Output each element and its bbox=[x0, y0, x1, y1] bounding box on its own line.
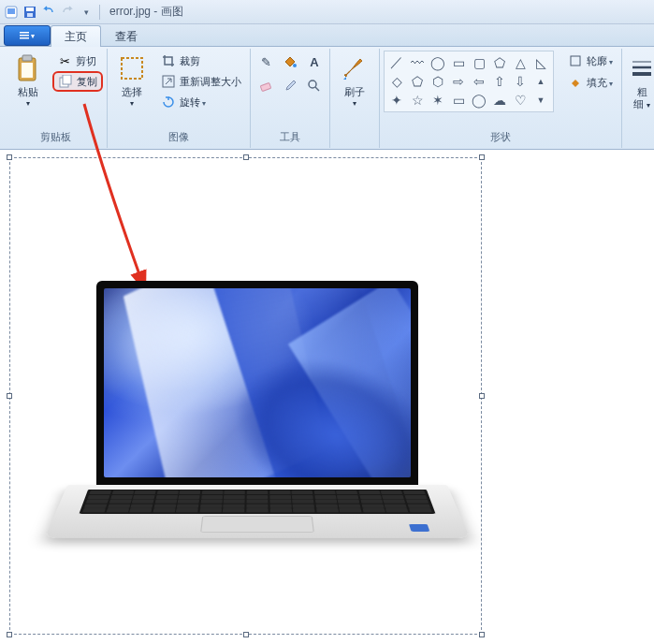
resize-icon bbox=[161, 74, 176, 89]
window-title: error.jpg - 画图 bbox=[109, 4, 183, 20]
shape-line[interactable]: ／ bbox=[386, 53, 407, 72]
selection-handle[interactable] bbox=[7, 393, 12, 399]
selection-handle[interactable] bbox=[479, 632, 485, 637]
shape-outline-button[interactable]: 轮廓 bbox=[563, 51, 618, 71]
group-thickness: 粗 细 ▾ bbox=[622, 49, 654, 148]
menu-icon bbox=[20, 31, 29, 40]
bucket-tool[interactable] bbox=[279, 51, 301, 73]
selection-handle[interactable] bbox=[243, 154, 249, 160]
svg-rect-9 bbox=[22, 55, 32, 61]
select-label: 选择 bbox=[122, 85, 142, 99]
shape-fill-button[interactable]: 填充 bbox=[563, 72, 618, 93]
title-bar: ▾ error.jpg - 画图 bbox=[0, 0, 654, 24]
shape-arrow-d[interactable]: ⇩ bbox=[510, 72, 530, 91]
scissors-icon: ✂ bbox=[57, 53, 72, 68]
shape-rtriangle[interactable]: ◺ bbox=[530, 53, 551, 72]
shape-scroll-dn[interactable]: ▼ bbox=[530, 91, 551, 110]
group-clipboard-label: 剪贴板 bbox=[7, 128, 103, 148]
svg-point-15 bbox=[293, 64, 297, 67]
group-image: 选择 ▾ 裁剪 重新调整大小 bbox=[108, 49, 251, 148]
select-button[interactable]: 选择 ▾ bbox=[111, 51, 153, 110]
resize-button[interactable]: 重新调整大小 bbox=[156, 71, 246, 92]
svg-rect-16 bbox=[260, 82, 270, 91]
canvas-area[interactable] bbox=[0, 150, 654, 644]
redo-icon[interactable] bbox=[60, 5, 75, 20]
shape-polygon[interactable]: ⬠ bbox=[489, 53, 510, 72]
paste-button[interactable]: 粘贴 ▾ bbox=[7, 51, 49, 110]
shape-pentagon[interactable]: ⬠ bbox=[407, 72, 428, 91]
brush-button[interactable]: 刷子 ▾ bbox=[334, 51, 375, 110]
tab-home-label: 主页 bbox=[65, 29, 87, 45]
laptop-keyboard bbox=[79, 490, 435, 514]
file-menu-button[interactable]: ▾ bbox=[4, 25, 51, 46]
copy-button[interactable]: 复制 bbox=[52, 71, 103, 92]
canvas-image-laptop bbox=[67, 281, 447, 586]
laptop-sticker bbox=[409, 524, 429, 532]
cut-button[interactable]: ✂ 剪切 bbox=[52, 51, 103, 71]
text-tool[interactable]: A bbox=[303, 51, 326, 73]
thickness-icon bbox=[627, 53, 654, 83]
shapes-gallery[interactable]: ／ 〰 ◯ ▭ ▢ ⬠ △ ◺ ◇ ⬠ ⬡ ⇨ ⇦ ⇧ ⇩ ▲ ✦ ☆ ✶ ▭ bbox=[384, 51, 554, 112]
shape-rect[interactable]: ▭ bbox=[448, 53, 469, 72]
shape-scroll-up[interactable]: ▲ bbox=[530, 72, 551, 91]
canvas[interactable] bbox=[9, 157, 482, 635]
shape-arrow-u[interactable]: ⇧ bbox=[489, 72, 510, 91]
shape-callout-rect[interactable]: ▭ bbox=[448, 91, 469, 110]
selection-handle[interactable] bbox=[243, 632, 249, 637]
group-shapes-label: 形状 bbox=[384, 128, 618, 148]
qat-dropdown-icon[interactable]: ▾ bbox=[79, 5, 94, 20]
crop-button[interactable]: 裁剪 bbox=[156, 51, 246, 71]
shape-callout-cloud[interactable]: ☁ bbox=[489, 91, 510, 110]
eyedropper-tool[interactable] bbox=[279, 75, 301, 97]
svg-rect-4 bbox=[27, 13, 33, 17]
group-tools-label: 工具 bbox=[254, 128, 326, 148]
thickness-button[interactable]: 粗 细 ▾ bbox=[626, 51, 654, 114]
copy-icon bbox=[58, 74, 73, 89]
shape-oval[interactable]: ◯ bbox=[428, 53, 448, 72]
group-thickness-label bbox=[626, 131, 654, 148]
selection-handle[interactable] bbox=[7, 154, 12, 160]
group-brush-label bbox=[334, 131, 375, 148]
svg-rect-12 bbox=[63, 75, 71, 84]
tab-view[interactable]: 查看 bbox=[101, 25, 152, 47]
shape-diamond[interactable]: ◇ bbox=[386, 72, 407, 91]
thickness-label2: 细 bbox=[633, 98, 644, 110]
selection-handle[interactable] bbox=[7, 632, 12, 637]
shape-5star[interactable]: ☆ bbox=[407, 91, 428, 110]
paste-icon bbox=[13, 53, 43, 83]
app-icon bbox=[4, 5, 19, 20]
group-image-label: 图像 bbox=[111, 128, 246, 148]
rotate-button[interactable]: 旋转 bbox=[156, 92, 246, 112]
tab-home[interactable]: 主页 bbox=[51, 25, 101, 47]
shape-curve[interactable]: 〰 bbox=[407, 53, 428, 72]
svg-rect-18 bbox=[571, 56, 580, 66]
shape-arrow-l[interactable]: ⇦ bbox=[469, 72, 489, 91]
shape-roundrect[interactable]: ▢ bbox=[469, 53, 489, 72]
shape-6star[interactable]: ✶ bbox=[428, 91, 448, 110]
shape-callout-oval[interactable]: ◯ bbox=[469, 91, 489, 110]
undo-icon[interactable] bbox=[41, 5, 56, 20]
selection-handle[interactable] bbox=[479, 393, 485, 399]
quick-access-toolbar: ▾ bbox=[4, 5, 94, 20]
save-icon[interactable] bbox=[22, 5, 37, 20]
group-brush: 刷子 ▾ bbox=[330, 49, 380, 148]
magnifier-tool[interactable] bbox=[303, 75, 326, 97]
svg-point-17 bbox=[309, 80, 316, 88]
group-shapes: ／ 〰 ◯ ▭ ▢ ⬠ △ ◺ ◇ ⬠ ⬡ ⇨ ⇦ ⇧ ⇩ ▲ ✦ ☆ ✶ ▭ bbox=[380, 49, 622, 148]
tab-view-label: 查看 bbox=[115, 29, 138, 45]
svg-rect-3 bbox=[26, 7, 34, 11]
shape-heart[interactable]: ♡ bbox=[510, 91, 530, 110]
svg-rect-1 bbox=[7, 8, 15, 14]
rotate-icon bbox=[161, 95, 176, 110]
selection-handle[interactable] bbox=[479, 154, 485, 160]
outline-label: 轮廓 bbox=[587, 54, 613, 68]
shape-hexagon[interactable]: ⬡ bbox=[428, 72, 448, 91]
ribbon-tabs: ▾ 主页 查看 bbox=[0, 24, 654, 47]
shape-triangle[interactable]: △ bbox=[510, 53, 530, 72]
shape-4star[interactable]: ✦ bbox=[386, 91, 407, 110]
shape-arrow-r[interactable]: ⇨ bbox=[448, 72, 469, 91]
group-clipboard: 粘贴 ▾ ✂ 剪切 复制 剪贴板 bbox=[4, 49, 108, 148]
eraser-tool[interactable] bbox=[254, 75, 277, 97]
paste-label: 粘贴 bbox=[18, 85, 38, 99]
pencil-tool[interactable]: ✎ bbox=[254, 51, 277, 73]
